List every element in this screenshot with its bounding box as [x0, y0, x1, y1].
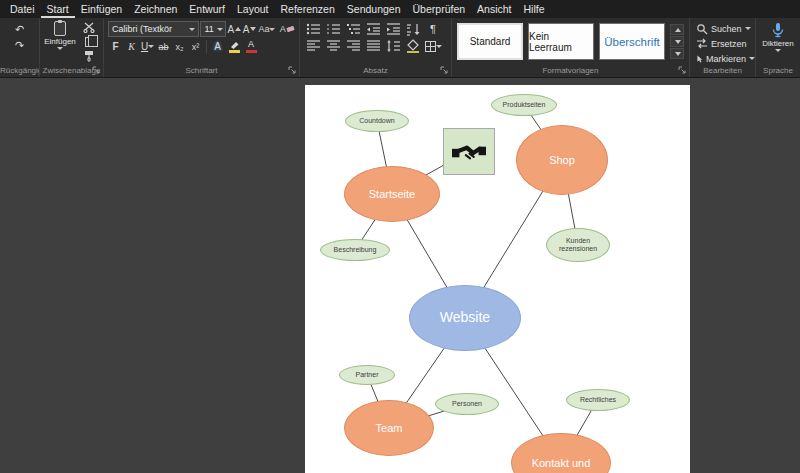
italic-button[interactable]: K — [124, 39, 139, 54]
shrink-font-button[interactable]: A — [242, 22, 256, 37]
menu-layout[interactable]: Layout — [231, 1, 275, 18]
dialog-launcher-icon[interactable] — [678, 66, 687, 75]
clear-formatting-button[interactable]: A — [277, 22, 296, 37]
style-card-ueberschrift[interactable]: Überschrift — [599, 23, 665, 60]
style-card-standard[interactable]: Standard — [457, 23, 523, 60]
superscript-button[interactable]: x² — [188, 39, 203, 54]
text-effects-button[interactable]: A — [210, 39, 225, 54]
document-area: Countdown Produktseiten Shop Startseite … — [0, 78, 800, 473]
format-painter-button[interactable] — [80, 49, 98, 62]
dialog-launcher-icon[interactable] — [92, 66, 101, 75]
menu-zeichnen[interactable]: Zeichnen — [128, 1, 183, 18]
chevron-down-icon — [775, 49, 781, 52]
menu-entwurf[interactable]: Entwurf — [183, 1, 231, 18]
borders-button[interactable] — [424, 39, 442, 53]
paste-button[interactable]: Einfügen — [43, 21, 77, 62]
redo-icon[interactable]: ↷ — [10, 38, 30, 52]
grow-font-button[interactable]: A — [227, 22, 241, 37]
dialog-launcher-icon[interactable] — [440, 66, 449, 75]
chevron-down-icon — [148, 45, 154, 48]
shading-button[interactable] — [404, 39, 422, 53]
styles-more-button[interactable] — [670, 48, 684, 59]
replace-button[interactable]: Ersetzen — [696, 37, 755, 50]
align-center-button[interactable] — [324, 39, 342, 53]
paragraph-group-label: Absatz — [300, 66, 451, 75]
style-card-kein-leerraum[interactable]: Kein Leerraum — [528, 23, 594, 60]
ribbon-group-paragraph: ¶ — [300, 18, 452, 77]
voice-group-label: Sprache — [756, 66, 800, 75]
mindmap-node-personen[interactable]: Personen — [435, 393, 499, 415]
mindmap-node-rechtliches[interactable]: Rechtliches — [566, 389, 630, 411]
mindmap-node-shop[interactable]: Shop — [516, 125, 608, 195]
line-spacing-button[interactable] — [384, 39, 402, 53]
highlight-color-button[interactable] — [226, 39, 242, 54]
multilevel-list-button[interactable] — [344, 22, 362, 36]
copy-icon — [85, 37, 93, 47]
mindmap-node-countdown[interactable]: Countdown — [345, 110, 409, 132]
scissors-icon — [83, 22, 96, 33]
highlighter-icon — [229, 40, 240, 49]
cut-button[interactable] — [80, 21, 98, 34]
styles-scroll-down-button[interactable] — [670, 36, 684, 47]
subscript-button[interactable]: x₂ — [172, 39, 187, 54]
triangle-down-icon — [250, 27, 256, 31]
microphone-icon — [770, 22, 786, 38]
eraser-icon — [286, 26, 294, 32]
sort-button[interactable] — [404, 22, 422, 36]
bold-button[interactable]: F — [108, 39, 123, 54]
font-color-button[interactable]: A — [243, 39, 259, 54]
chevron-down-icon — [749, 57, 755, 60]
font-name-select[interactable]: Calibri (Textkör — [108, 21, 199, 37]
undo-icon[interactable]: ↶ — [10, 22, 30, 36]
chevron-down-icon — [745, 27, 751, 30]
find-button[interactable]: Suchen — [696, 22, 755, 35]
menu-referenzen[interactable]: Referenzen — [275, 1, 341, 18]
replace-icon — [696, 38, 708, 49]
triangle-down-icon — [675, 52, 681, 56]
mindmap-node-team[interactable]: Team — [344, 400, 434, 456]
mindmap-node-startseite[interactable]: Startseite — [344, 166, 440, 222]
mindmap-node-website[interactable]: Website — [409, 285, 521, 351]
paragraph-marks-button[interactable]: ¶ — [424, 22, 442, 36]
ribbon-group-styles: Standard Kein Leerraum Überschrift Forma… — [452, 18, 690, 77]
menu-start[interactable]: Start — [41, 1, 75, 18]
clipboard-icon — [54, 21, 66, 36]
change-case-button[interactable]: Aa — [258, 22, 277, 37]
mindmap-node-kundenrezensionen[interactable]: Kunden rezensionen — [546, 228, 610, 262]
mindmap-node-partner[interactable]: Partner — [339, 365, 395, 385]
dictate-button[interactable]: Diktieren — [756, 18, 800, 52]
triangle-down-icon — [675, 40, 681, 44]
highlight-color-bar — [229, 50, 240, 53]
copy-button[interactable] — [80, 35, 98, 48]
ribbon: ↶ ↷ Rückgängig Einfügen — [0, 18, 800, 78]
styles-scroll-up-button[interactable] — [670, 24, 684, 35]
justify-button[interactable] — [364, 39, 382, 53]
underline-button[interactable]: U — [140, 39, 155, 54]
styles-group-label: Formatvorlagen — [452, 66, 689, 75]
align-left-button[interactable] — [304, 39, 322, 53]
mindmap-node-beschreibung[interactable]: Beschreibung — [320, 239, 390, 261]
menu-einfuegen[interactable]: Einfügen — [75, 1, 128, 18]
strikethrough-button[interactable]: ab — [156, 39, 171, 54]
handshake-image[interactable] — [443, 128, 495, 175]
increase-indent-button[interactable] — [384, 22, 402, 36]
menu-bar: Datei Start Einfügen Zeichnen Entwurf La… — [0, 0, 800, 18]
triangle-up-icon — [675, 28, 681, 32]
menu-datei[interactable]: Datei — [4, 1, 41, 18]
align-right-button[interactable] — [344, 39, 362, 53]
menu-sendungen[interactable]: Sendungen — [341, 1, 407, 18]
document-page[interactable]: Countdown Produktseiten Shop Startseite … — [305, 85, 690, 473]
font-size-select[interactable]: 11 — [200, 21, 226, 37]
select-button[interactable]: Markieren — [696, 52, 755, 65]
menu-ueberpruefen[interactable]: Überprüfen — [407, 1, 472, 18]
decrease-indent-button[interactable] — [364, 22, 382, 36]
numbered-list-button[interactable] — [324, 22, 342, 36]
ribbon-group-undo: ↶ ↷ Rückgängig — [0, 18, 40, 77]
dialog-launcher-icon[interactable] — [288, 66, 297, 75]
menu-hilfe[interactable]: Hilfe — [518, 1, 551, 18]
borders-grid-icon — [425, 41, 436, 52]
mindmap-node-produktseiten[interactable]: Produktseiten — [491, 94, 557, 116]
chevron-down-icon — [269, 28, 275, 31]
bullet-list-button[interactable] — [304, 22, 322, 36]
menu-ansicht[interactable]: Ansicht — [471, 1, 517, 18]
